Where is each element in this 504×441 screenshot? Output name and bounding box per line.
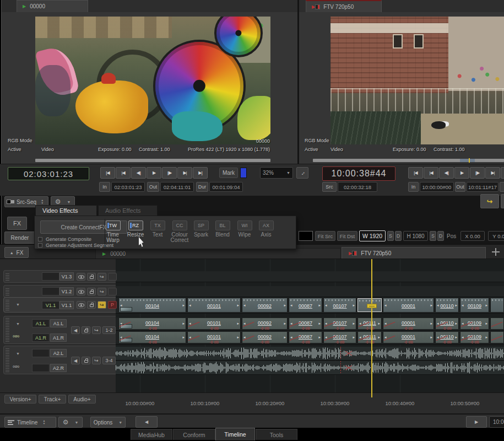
trim-left-icon[interactable]: ◂ bbox=[325, 321, 327, 326]
drag-handle[interactable] bbox=[6, 272, 9, 281]
clip-00101[interactable]: 00101◂▸-6 dB bbox=[187, 332, 241, 343]
drag-handle[interactable] bbox=[6, 287, 9, 295]
empty-slot[interactable] bbox=[108, 288, 117, 295]
track-label[interactable]: V1.3 bbox=[59, 272, 74, 281]
fx-button[interactable]: FX bbox=[7, 217, 27, 230]
trim-left-icon[interactable]: ◂ bbox=[359, 321, 361, 326]
height-field[interactable]: H 1080 bbox=[403, 231, 428, 241]
right-viewer-image[interactable] bbox=[330, 17, 504, 144]
version-add-button[interactable]: Version+ bbox=[4, 395, 36, 404]
app-tab-timeline[interactable]: Timeline bbox=[215, 428, 255, 440]
clip-00001[interactable]: 00001◂▸-6 dB bbox=[383, 332, 434, 343]
right-scrub-playhead[interactable] bbox=[469, 158, 470, 163]
trim-left-icon[interactable]: ◂ bbox=[189, 335, 191, 340]
collapse-triangle-icon[interactable]: ▼ bbox=[16, 322, 20, 326]
effect-abbr-button[interactable]: WI bbox=[237, 220, 252, 230]
trim-left-icon[interactable]: ◂ bbox=[384, 303, 387, 308]
audio-effects-tab[interactable]: Audio Effects bbox=[98, 205, 158, 216]
trim-left-icon[interactable]: ◂ bbox=[437, 303, 439, 308]
clip-00104[interactable]: 00104◂▸-6 dB bbox=[118, 332, 186, 343]
clip-00110[interactable]: 00110◂▸-6 dB bbox=[435, 318, 459, 329]
empty-slot[interactable] bbox=[108, 273, 117, 281]
trim-right-icon[interactable]: ▸ bbox=[237, 321, 239, 326]
lane-a1-r[interactable]: 00104◂▸-6 dB00101◂▸-6 dB00092◂▸-6 dB0008… bbox=[116, 331, 504, 345]
generate-option-0[interactable]: Generate Composite bbox=[38, 236, 91, 242]
track-header-v1-2[interactable]: V1.2 ↪ bbox=[3, 285, 116, 298]
audio-add-button[interactable]: Audio+ bbox=[68, 395, 96, 404]
trim-right-icon[interactable]: ▸ bbox=[455, 321, 457, 326]
channel-assign-button[interactable]: 1-2 bbox=[102, 326, 116, 334]
lock-button[interactable] bbox=[82, 357, 90, 364]
clip-00110[interactable]: 00110◂▸ bbox=[435, 298, 459, 312]
goto-out-button[interactable]: ▶] bbox=[193, 167, 208, 179]
drag-handle[interactable] bbox=[6, 348, 9, 372]
pos-x-field[interactable]: X 0.00 bbox=[460, 231, 485, 241]
next-cut-button[interactable]: ▶| bbox=[177, 167, 192, 179]
track-label[interactable]: V1.2 bbox=[59, 287, 74, 295]
clip-00109[interactable]: 00109◂▸ bbox=[460, 298, 489, 312]
options-dropdown[interactable]: Options ▼ bbox=[90, 417, 126, 428]
goto-out-button[interactable]: ▶] bbox=[501, 167, 504, 179]
trim-right-icon[interactable]: ▸ bbox=[430, 303, 432, 308]
effect-axis[interactable]: AXAxis bbox=[253, 220, 279, 238]
patch-route-button[interactable]: ↪ bbox=[92, 357, 101, 364]
width-d-button[interactable]: D bbox=[395, 231, 402, 241]
lock-button[interactable] bbox=[87, 273, 96, 281]
goto-in-button[interactable]: [◀ bbox=[100, 167, 115, 179]
patch-field-l[interactable]: A1.L bbox=[32, 319, 50, 327]
partial-edge-button[interactable] bbox=[501, 194, 504, 208]
pos-y-field[interactable]: Y 0.00 bbox=[488, 231, 504, 241]
trim-left-icon[interactable]: ◂ bbox=[189, 303, 191, 308]
clip-00087[interactable]: 00087◂▸ bbox=[289, 298, 322, 312]
lock-button[interactable] bbox=[87, 288, 96, 295]
trim-right-icon[interactable]: ▸ bbox=[485, 321, 487, 326]
left-scrub-bar[interactable] bbox=[35, 159, 270, 162]
scroll-right-button[interactable]: ▶ bbox=[466, 416, 487, 428]
trim-right-icon[interactable]: ▸ bbox=[182, 303, 185, 308]
checkbox-icon[interactable] bbox=[38, 243, 42, 248]
trim-right-icon[interactable]: ▸ bbox=[430, 321, 432, 326]
patch-field-r[interactable]: A1.R bbox=[32, 334, 50, 342]
src-button[interactable]: Src bbox=[322, 182, 337, 192]
lock-button[interactable] bbox=[82, 326, 90, 334]
clip-00110[interactable]: 00110◂▸-6 dB bbox=[435, 332, 459, 343]
track-header-v1-3[interactable]: V1.3 ↪ bbox=[3, 270, 116, 283]
trim-left-icon[interactable]: ◂ bbox=[462, 335, 464, 340]
timeline-tab-00000[interactable]: ▶ 00000 bbox=[95, 248, 341, 259]
right-scrub-bar[interactable] bbox=[313, 159, 504, 162]
fx-up-button[interactable]: ▲ FX bbox=[4, 247, 29, 258]
trim-left-icon[interactable]: ◂ bbox=[359, 335, 361, 340]
right-in-field[interactable]: 10:00:00#00 bbox=[420, 182, 454, 192]
previous-cut-button[interactable]: |◀ bbox=[424, 167, 438, 179]
track-label-r[interactable]: A1.R bbox=[50, 334, 67, 342]
effect-abbr-button[interactable]: CC bbox=[172, 220, 187, 230]
trim-right-icon[interactable]: ▸ bbox=[353, 335, 355, 340]
checkbox-icon[interactable] bbox=[38, 237, 42, 241]
visibility-button[interactable] bbox=[77, 288, 85, 295]
trim-right-icon[interactable]: ▸ bbox=[485, 335, 487, 340]
trim-left-icon[interactable]: ◂ bbox=[437, 321, 439, 326]
clip-00001[interactable]: 00001◂▸-6 dB bbox=[383, 318, 434, 329]
trim-right-icon[interactable]: ▸ bbox=[284, 321, 286, 326]
src-timecode-field[interactable]: 02:00:32:18 bbox=[338, 182, 377, 192]
timeline-gear-dropdown[interactable]: ⚙ ▼ bbox=[58, 417, 83, 428]
step-back-button[interactable]: ◀|| bbox=[131, 167, 146, 179]
clip-00111[interactable]: 00111◂▸-6 dB bbox=[357, 318, 382, 329]
drag-handle[interactable] bbox=[6, 318, 9, 342]
trim-left-icon[interactable]: ◂ bbox=[243, 303, 246, 308]
track-label-r[interactable]: A2.R bbox=[50, 364, 67, 372]
trim-right-icon[interactable]: ▸ bbox=[378, 335, 380, 340]
mark-button[interactable]: Mark bbox=[219, 168, 238, 178]
view-mode-dropdown[interactable]: Timeline ▲▼ bbox=[4, 417, 56, 428]
clip-00104[interactable]: 00104◂▸-6 dB bbox=[118, 318, 186, 329]
patch-field[interactable] bbox=[42, 287, 59, 295]
clip-unnamed[interactable] bbox=[490, 332, 504, 343]
collapse-triangle-icon[interactable]: ▼ bbox=[16, 352, 20, 356]
trim-left-icon[interactable]: ◂ bbox=[290, 335, 292, 340]
visibility-button[interactable] bbox=[77, 273, 85, 281]
track-header-a2[interactable]: ▼ ∞∞ A2.L A2.R ◀ ↪ 3-4 bbox=[3, 346, 116, 374]
render-button[interactable]: Render bbox=[4, 232, 35, 244]
stereo-link-icon[interactable]: ∞∞ bbox=[13, 363, 18, 369]
scroll-timecode-field[interactable]: 10:00 bbox=[489, 416, 504, 428]
step-back-button[interactable]: ◀|| bbox=[439, 167, 454, 179]
